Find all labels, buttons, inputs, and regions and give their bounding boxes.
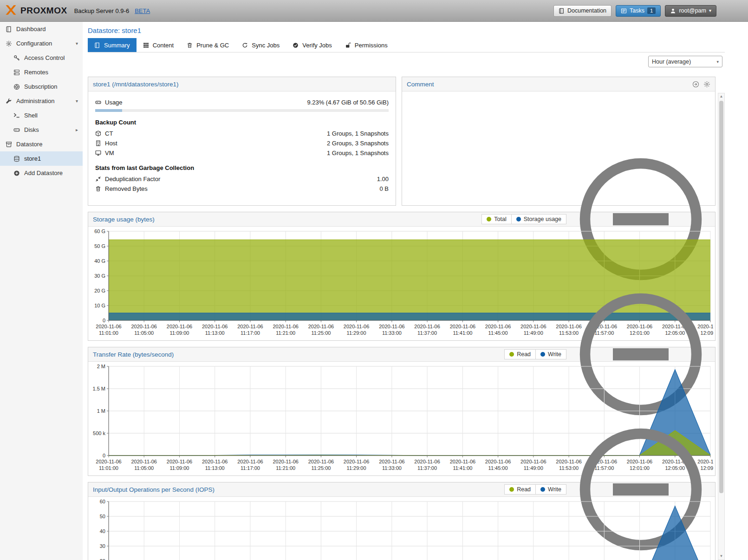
proxmox-logo (5, 4, 17, 18)
key-icon (13, 55, 20, 61)
info-label: CT (105, 130, 113, 137)
info-row: CT1 Groups, 1 Snapshots (95, 129, 389, 138)
legend-write[interactable]: Write (536, 484, 566, 495)
caret-down-icon[interactable]: ▾ (76, 98, 78, 104)
sidebar-item-add-datastore[interactable]: Add Datastore (0, 166, 83, 180)
tab-sync-jobs[interactable]: Sync Jobs (235, 38, 286, 52)
svg-text:11:09:00: 11:09:00 (169, 465, 189, 471)
tasks-button[interactable]: Tasks 1 (616, 5, 661, 17)
chevron-down-icon: ▾ (716, 59, 719, 64)
sidebar-item-label: Add Datastore (24, 169, 63, 176)
caret-down-icon[interactable]: ▾ (76, 41, 78, 46)
plus-circle-icon (13, 170, 20, 176)
tab-label: Sync Jobs (252, 42, 280, 49)
legend-read[interactable]: Read (504, 349, 536, 359)
sidebar-item-shell[interactable]: Shell (0, 108, 83, 123)
legend-dot-icon (509, 487, 514, 492)
sidebar-item-configuration[interactable]: Configuration▾ (0, 36, 83, 51)
legend-write[interactable]: Write (536, 349, 566, 359)
archive-icon (6, 141, 12, 148)
svg-text:2020-11-06: 2020-11-06 (237, 324, 263, 329)
sidebar-item-store1[interactable]: store1 (0, 151, 83, 166)
svg-text:11:41:00: 11:41:00 (453, 330, 472, 336)
svg-text:2020-11-06: 2020-11-06 (167, 324, 192, 329)
iops-panel-title: Input/Output Operations per Second (IOPS… (93, 486, 215, 493)
sidebar-item-disks[interactable]: Disks▸ (0, 123, 83, 137)
svg-text:2020-11-06: 2020-11-06 (520, 324, 546, 329)
scroll-down-arrow[interactable]: ▼ (720, 553, 723, 560)
storage-usage-panel-header: Storage usage (bytes)TotalStorage usage (88, 212, 715, 227)
svg-text:2020-11-06: 2020-11-06 (96, 459, 121, 464)
tab-permissions[interactable]: Permissions (338, 38, 394, 52)
sidebar-item-access-control[interactable]: Access Control (0, 51, 83, 65)
legend-read[interactable]: Read (504, 484, 536, 495)
sidebar-item-datastore[interactable]: Datastore (0, 137, 83, 151)
sidebar-item-label: Datastore (16, 141, 42, 148)
tab-content[interactable]: Content (137, 38, 181, 52)
svg-text:11:37:00: 11:37:00 (417, 465, 437, 471)
scroll-up-arrow[interactable]: ▲ (720, 93, 723, 100)
datastore-panel-body: Usage 9.23% (4.67 GiB of 50.56 GiB) Back… (88, 91, 396, 200)
tab-summary[interactable]: Summary (88, 38, 137, 52)
gear-icon (6, 40, 12, 47)
comment-panel-title: Comment (407, 81, 434, 88)
storage-usage-panel-title: Storage usage (bytes) (93, 216, 155, 223)
svg-text:50 G: 50 G (94, 243, 105, 249)
usage-label: Usage (105, 99, 123, 106)
info-label: Deduplication Factor (105, 176, 160, 182)
book-icon (6, 26, 12, 33)
svg-text:11:17:00: 11:17:00 (241, 465, 260, 471)
sidebar-item-subscription[interactable]: Subscription (0, 79, 83, 94)
sidebar-item-administration[interactable]: Administration▾ (0, 94, 83, 108)
svg-text:11:29:00: 11:29:00 (347, 465, 366, 471)
book-icon (559, 8, 565, 14)
user-icon (670, 8, 676, 14)
svg-text:30: 30 (100, 543, 105, 549)
chart-legend: TotalStorage usage (481, 214, 566, 224)
iops-panel: Input/Output Operations per Second (IOPS… (88, 482, 715, 560)
unlock-icon (345, 42, 351, 48)
svg-text:11:45:00: 11:45:00 (488, 330, 508, 336)
svg-text:2020-11-06: 2020-11-06 (520, 459, 546, 464)
comment-panel-header: Comment (402, 77, 715, 91)
svg-text:20 G: 20 G (94, 288, 105, 293)
legend-storage-usage[interactable]: Storage usage (512, 214, 566, 224)
legend-label: Write (548, 351, 561, 358)
svg-text:2020-11-06: 2020-11-06 (273, 459, 298, 464)
tab-prune-gc[interactable]: Prune & GC (180, 38, 235, 52)
vertical-scrollbar[interactable]: ▲ ▼ (718, 93, 725, 560)
sidebar-item-remotes[interactable]: Remotes (0, 65, 83, 79)
database-icon (13, 156, 20, 162)
svg-text:11:33:00: 11:33:00 (382, 330, 402, 336)
chart-legend: ReadWrite (504, 349, 566, 359)
svg-text:11:37:00: 11:37:00 (417, 330, 437, 336)
datastore-summary-panel: store1 (/mnt/datastores/store1) Usage 9.… (88, 77, 396, 206)
tab-bar: SummaryContentPrune & GCSync JobsVerify … (88, 38, 725, 52)
sidebar-item-label: Dashboard (16, 26, 46, 33)
svg-text:11:09:00: 11:09:00 (169, 330, 189, 336)
legend-total[interactable]: Total (481, 214, 511, 224)
documentation-button[interactable]: Documentation (553, 5, 611, 17)
sidebar-item-dashboard[interactable]: Dashboard (0, 22, 83, 36)
svg-text:11:49:00: 11:49:00 (524, 465, 543, 471)
wrench-icon (6, 98, 12, 104)
beta-link[interactable]: BETA (135, 7, 150, 14)
sidebar-item-label: Shell (24, 112, 38, 119)
main-content: Datastore: store1 SummaryContentPrune & … (83, 22, 748, 560)
svg-text:2020-11-06: 2020-11-06 (237, 459, 263, 464)
usage-value: 9.23% (4.67 GiB of 50.56 GiB) (307, 99, 389, 106)
svg-text:500 k: 500 k (93, 430, 105, 436)
sidebar-item-label: Disks (24, 126, 39, 133)
svg-text:40 G: 40 G (94, 258, 105, 264)
caret-right-icon[interactable]: ▸ (76, 127, 78, 132)
tab-verify-jobs[interactable]: Verify Jobs (286, 38, 338, 52)
gear-icon[interactable] (703, 81, 710, 88)
timeframe-select[interactable]: Hour (average) ▾ (648, 56, 722, 67)
edit-comment-icon[interactable] (692, 81, 699, 88)
tab-label: Summary (104, 42, 130, 49)
scrollbar-thumb[interactable] (719, 101, 723, 493)
book-icon (94, 42, 100, 48)
user-menu-button[interactable]: root@pam ▾ (665, 5, 716, 17)
comment-panel-tools (692, 81, 710, 88)
terminal-icon (13, 112, 20, 119)
